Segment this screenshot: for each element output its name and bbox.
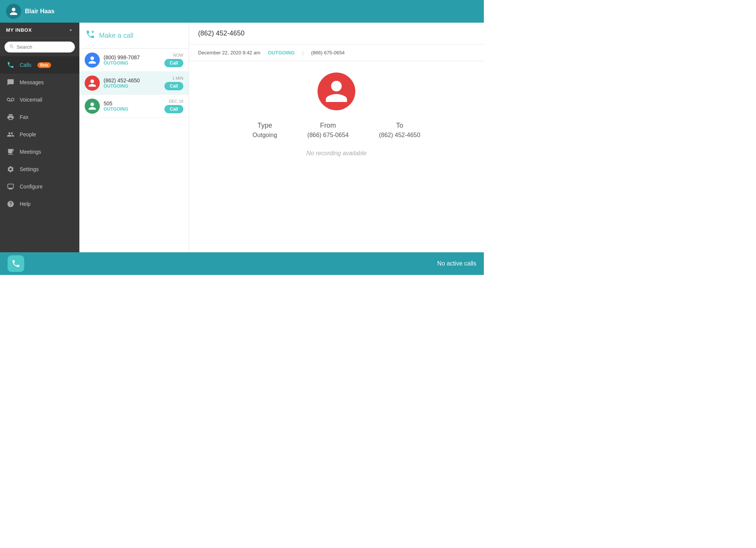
sidebar-item-settings[interactable]: Settings xyxy=(0,161,79,178)
detail-date: December 22, 2020 9:42 am xyxy=(198,50,260,56)
call-number: 505 xyxy=(104,100,161,107)
call-info: 505 OUTGOING xyxy=(104,100,161,112)
to-label: To xyxy=(396,122,403,130)
sidebar-item-people[interactable]: People xyxy=(0,126,79,143)
call-meta: NOW Call xyxy=(164,53,183,67)
call-type: OUTGOING xyxy=(104,83,161,89)
phone-add-icon xyxy=(85,29,95,42)
call-info: (862) 452-4650 OUTGOING xyxy=(104,77,161,89)
to-value: (862) 452-4650 xyxy=(379,132,420,139)
make-call-label: Make a call xyxy=(99,32,133,40)
settings-icon xyxy=(6,165,15,174)
detail-panel: (862) 452-4650 December 22, 2020 9:42 am… xyxy=(189,23,484,252)
inbox-header[interactable]: MY INBOX xyxy=(0,23,79,38)
call-button[interactable]: Call xyxy=(164,82,183,90)
sidebar-item-configure-label: Configure xyxy=(20,184,43,190)
detail-phone: (862) 452-4650 xyxy=(198,29,245,37)
call-time: NOW xyxy=(173,53,183,57)
people-icon xyxy=(6,130,15,139)
user-profile[interactable]: Blair Haas xyxy=(6,4,54,19)
call-item[interactable]: (800) 998-7087 OUTGOING NOW Call xyxy=(79,49,189,72)
sidebar-item-help-label: Help xyxy=(20,201,31,207)
sidebar: MY INBOX Calls Beta Messages xyxy=(0,23,79,252)
call-avatar xyxy=(85,52,100,68)
call-details-row: Type Outgoing From (866) 675-0654 To (86… xyxy=(253,122,420,139)
no-active-calls: No active calls xyxy=(437,260,476,267)
search-icon xyxy=(9,44,14,50)
to-col: To (862) 452-4650 xyxy=(379,122,420,139)
call-avatar xyxy=(85,76,100,91)
inbox-label: MY INBOX xyxy=(6,27,32,33)
call-item[interactable]: (862) 452-4650 OUTGOING 1 MIN Call xyxy=(79,72,189,95)
sidebar-item-meetings-label: Meetings xyxy=(20,149,41,155)
call-time: DEC 18 xyxy=(169,99,183,103)
phone-button[interactable] xyxy=(8,255,24,272)
call-number: (862) 452-4650 xyxy=(104,77,161,83)
call-type: OUTGOING xyxy=(104,60,161,66)
call-info: (800) 998-7087 OUTGOING xyxy=(104,54,161,66)
messages-icon xyxy=(6,78,15,87)
no-recording: No recording available xyxy=(306,150,366,157)
voicemail-icon xyxy=(6,95,15,104)
call-time: 1 MIN xyxy=(172,76,183,80)
call-number: (800) 998-7087 xyxy=(104,54,161,60)
sidebar-item-configure[interactable]: Configure xyxy=(0,178,79,195)
call-button[interactable]: Call xyxy=(164,59,183,67)
call-meta: 1 MIN Call xyxy=(164,76,183,90)
from-col: From (866) 675-0654 xyxy=(307,122,349,139)
detail-body: Type Outgoing From (866) 675-0654 To (86… xyxy=(189,61,484,252)
sidebar-item-settings-label: Settings xyxy=(20,166,39,172)
from-value: (866) 675-0654 xyxy=(307,132,349,139)
main-content: MY INBOX Calls Beta Messages xyxy=(0,23,484,252)
sidebar-item-help[interactable]: Help xyxy=(0,195,79,213)
help-icon xyxy=(6,199,15,208)
sidebar-item-fax-label: Fax xyxy=(20,114,28,120)
sidebar-item-voicemail-label: Voicemail xyxy=(20,97,42,103)
call-avatar xyxy=(85,99,100,114)
configure-icon xyxy=(6,182,15,191)
calls-icon xyxy=(6,60,15,69)
avatar xyxy=(6,4,21,19)
sidebar-item-messages-label: Messages xyxy=(20,79,44,85)
top-bar: Blair Haas xyxy=(0,0,484,23)
sidebar-item-calls[interactable]: Calls Beta xyxy=(0,56,79,74)
sidebar-item-voicemail[interactable]: Voicemail xyxy=(0,91,79,108)
call-type: OUTGOING xyxy=(104,107,161,112)
detail-subheader: December 22, 2020 9:42 am OUTGOING | (86… xyxy=(189,45,484,61)
beta-badge: Beta xyxy=(37,62,51,68)
fax-icon xyxy=(6,113,15,122)
search-wrap[interactable] xyxy=(5,42,75,52)
search-input[interactable] xyxy=(17,44,70,50)
from-label: From xyxy=(320,122,336,130)
bottom-bar: No active calls xyxy=(0,252,484,275)
call-button[interactable]: Call xyxy=(164,105,183,113)
type-value: Outgoing xyxy=(253,132,277,139)
sidebar-item-fax[interactable]: Fax xyxy=(0,108,79,126)
call-item[interactable]: 505 OUTGOING DEC 18 Call xyxy=(79,95,189,118)
sidebar-item-meetings[interactable]: Meetings xyxy=(0,143,79,161)
search-bar xyxy=(0,38,79,56)
username: Blair Haas xyxy=(25,8,54,15)
detail-from-number: (866) 675-0654 xyxy=(311,50,345,56)
type-col: Type Outgoing xyxy=(253,122,277,139)
separator: | xyxy=(302,50,304,56)
type-label: Type xyxy=(257,122,272,130)
detail-header: (862) 452-4650 xyxy=(189,23,484,45)
sidebar-item-messages[interactable]: Messages xyxy=(0,74,79,91)
call-meta: DEC 18 Call xyxy=(164,99,183,113)
meetings-icon xyxy=(6,147,15,156)
sidebar-item-people-label: People xyxy=(20,131,36,137)
make-call-header[interactable]: Make a call xyxy=(79,23,189,49)
sidebar-item-calls-label: Calls xyxy=(20,62,31,68)
outgoing-badge: OUTGOING xyxy=(268,50,295,56)
calls-panel: Make a call (800) 998-7087 OUTGOING NOW … xyxy=(79,23,189,252)
contact-avatar-large xyxy=(318,73,355,110)
